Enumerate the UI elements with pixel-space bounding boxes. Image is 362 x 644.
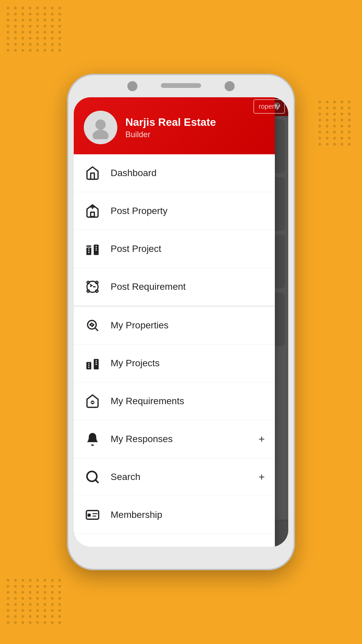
drawer-backdrop[interactable]: roperty	[275, 97, 288, 547]
dot-decoration-bottom-left: for(let i=0;i<64;i++) document.currentSc…	[7, 579, 62, 624]
menu-item-dashboard[interactable]: Dashboard	[74, 154, 275, 192]
svg-point-29	[87, 320, 96, 329]
avatar[interactable]	[84, 111, 117, 144]
menu-label-search: Search	[111, 472, 249, 482]
bell-icon	[84, 430, 101, 448]
phone-screen: 17:26 ✉ ✦ ··· 🔇 ✱	[74, 97, 288, 547]
menu-label-my-responses: My Responses	[111, 434, 249, 444]
svg-rect-17	[86, 245, 92, 247]
menu-item-membership[interactable]: Membership	[74, 496, 275, 534]
menu-item-post-requirement[interactable]: Post Requirement	[74, 268, 275, 306]
drawer-header: Narjis Real Estate Builder	[74, 97, 275, 154]
menu-item-my-properties[interactable]: My Properties	[74, 307, 275, 344]
user-info: Narjis Real Estate Builder	[125, 116, 216, 139]
menu-label-membership: Membership	[111, 509, 265, 520]
menu-item-my-projects[interactable]: My Projects	[74, 344, 275, 382]
phone-frame: 17:26 ✉ ✦ ··· 🔇 ✱	[67, 74, 295, 570]
home-icon	[84, 164, 101, 182]
menu-item-post-property[interactable]: Post Property	[74, 192, 275, 230]
post-property-icon	[84, 202, 101, 220]
user-role: Builder	[125, 130, 216, 139]
post-property-button-bg: roperty	[253, 99, 285, 114]
membership-icon	[84, 506, 101, 524]
post-requirement-icon	[84, 278, 101, 296]
user-name: Narjis Real Estate	[125, 116, 216, 128]
menu-label-my-properties: My Properties	[111, 320, 265, 331]
menu-label-my-projects: My Projects	[111, 358, 265, 369]
phone-speaker	[161, 83, 201, 88]
menu-label-post-property: Post Property	[111, 206, 265, 216]
dot-decoration-right: for(let i=0;i<40;i++) document.currentSc…	[318, 101, 352, 146]
phone-camera-left	[127, 81, 137, 91]
search-expand-icon[interactable]: +	[258, 471, 265, 483]
my-responses-expand-icon[interactable]: +	[258, 433, 265, 445]
menu-label-dashboard: Dashboard	[111, 168, 265, 178]
menu-label-my-requirements: My Requirements	[111, 396, 265, 407]
svg-point-24	[87, 281, 98, 292]
drawer-menu: Dashboard Post Property	[74, 154, 275, 547]
menu-label-post-project: Post Project	[111, 244, 265, 254]
svg-line-42	[96, 480, 98, 483]
menu-label-post-requirement: Post Requirement	[111, 281, 265, 292]
menu-item-my-responses[interactable]: My Responses +	[74, 420, 275, 458]
menu-item-post-project[interactable]: Post Project	[74, 230, 275, 268]
svg-point-10	[96, 119, 106, 130]
svg-point-11	[93, 130, 109, 139]
my-properties-icon	[84, 317, 101, 334]
dot-decoration-top-left: for(let i=0;i<64;i++) document.currentSc…	[7, 7, 62, 52]
search-icon	[84, 468, 101, 486]
navigation-drawer: Narjis Real Estate Builder	[74, 97, 275, 547]
my-requirements-icon	[84, 392, 101, 410]
my-projects-icon	[84, 355, 101, 372]
svg-rect-14	[91, 212, 95, 217]
phone-camera-right	[225, 81, 235, 91]
post-project-icon	[84, 240, 101, 258]
menu-item-my-requirements[interactable]: My Requirements	[74, 382, 275, 420]
svg-rect-44	[87, 514, 90, 517]
svg-line-30	[96, 328, 98, 331]
menu-item-search[interactable]: Search +	[74, 458, 275, 496]
drawer-overlay: Narjis Real Estate Builder	[74, 97, 288, 547]
